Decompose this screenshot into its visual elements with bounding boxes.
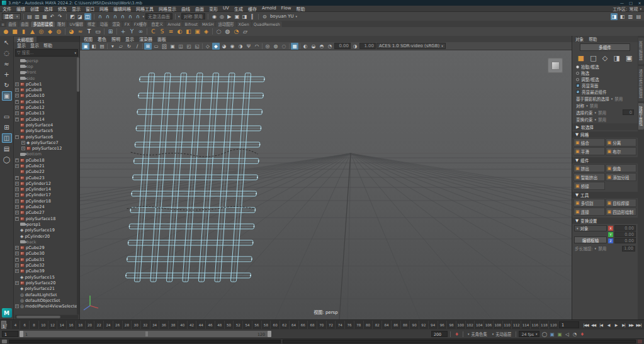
expand-icon[interactable]: + bbox=[15, 193, 19, 197]
frame-tick-84[interactable]: 84 bbox=[381, 321, 391, 329]
current-frame-field[interactable]: 1 bbox=[559, 321, 579, 328]
script-editor-icon[interactable]: ▣ bbox=[548, 331, 555, 338]
frame-tick-104[interactable]: 104 bbox=[474, 321, 483, 329]
open-scene-icon[interactable]: ▥ bbox=[34, 13, 41, 20]
bridge-shelf-icon[interactable]: ◔ bbox=[232, 28, 240, 35]
expand-icon[interactable]: + bbox=[15, 176, 19, 180]
field-chart-icon[interactable]: ◫ bbox=[177, 43, 184, 50]
lighting-toggle-icon[interactable]: ◐ bbox=[302, 43, 309, 50]
frame-tick-88[interactable]: 88 bbox=[400, 321, 410, 329]
outliner-horizontal-scrollbar[interactable] bbox=[15, 315, 78, 319]
expand-icon[interactable]: + bbox=[15, 246, 19, 250]
menu-item-16[interactable]: 缓存 bbox=[248, 6, 257, 12]
isolate-select-icon[interactable]: ◎ bbox=[264, 43, 271, 50]
frame-tick-106[interactable]: 106 bbox=[483, 321, 493, 329]
zoom-icon[interactable]: ◯ bbox=[2, 155, 12, 164]
frame-tick-46[interactable]: 46 bbox=[205, 321, 215, 329]
outliner-item[interactable]: +pCube29 bbox=[15, 245, 79, 251]
object-mode-icon[interactable]: ■ bbox=[578, 54, 584, 62]
snap-curve-icon[interactable]: ∩ bbox=[105, 13, 111, 20]
outliner-item[interactable]: +pCube18 bbox=[15, 157, 79, 163]
bookmark-icon[interactable]: ▾ bbox=[109, 43, 116, 50]
menu-item-7[interactable]: 网格 bbox=[99, 6, 108, 12]
grid-toggle-icon[interactable]: ⊞ bbox=[144, 43, 152, 50]
anim-layer-dropdown[interactable]: ▾ 无动画层 bbox=[490, 331, 514, 337]
outliner-item[interactable]: persp1 bbox=[15, 221, 79, 227]
outliner-item[interactable]: +polySurface12 bbox=[15, 145, 79, 151]
frame-tick-58[interactable]: 58 bbox=[261, 321, 271, 329]
viewport-menu-1[interactable]: 着色 bbox=[98, 36, 106, 42]
目标焊接-button[interactable]: ▣目标焊接 bbox=[606, 199, 637, 207]
transform-settings-header[interactable]: ▼ 变换设置 bbox=[572, 218, 638, 224]
frame-tick-56[interactable]: 56 bbox=[252, 321, 261, 329]
shaded-mode-icon[interactable]: ◆ bbox=[212, 43, 220, 50]
outliner-item[interactable]: polySurface4 bbox=[15, 122, 79, 128]
outliner-item[interactable]: +polySurface18 bbox=[15, 216, 79, 221]
smooth-mesh-icon[interactable]: ≈ bbox=[76, 28, 84, 35]
outliner-vertical-scrollbar[interactable] bbox=[77, 57, 79, 314]
frame-tick-80[interactable]: 80 bbox=[363, 321, 373, 329]
frame-tick-8[interactable]: 8 bbox=[29, 321, 38, 329]
wireframe-icon[interactable]: ◇ bbox=[204, 43, 212, 50]
paint-select-tool-icon[interactable]: ≈ bbox=[2, 59, 12, 69]
gamma-icon[interactable]: ◑ bbox=[351, 43, 359, 50]
constraint-combo[interactable]: 选择约束▾禁用0 bbox=[572, 109, 638, 116]
axis-y-field[interactable]: 0.00 bbox=[614, 231, 636, 237]
shadows-icon[interactable]: ◑ bbox=[237, 43, 244, 50]
expand-icon[interactable]: + bbox=[15, 205, 19, 209]
select-camera-icon[interactable]: ▣ bbox=[82, 43, 89, 50]
outliner-item[interactable]: +pCube11 bbox=[15, 99, 79, 104]
close-button[interactable]: × bbox=[637, 1, 642, 5]
frame-tick-38[interactable]: 38 bbox=[168, 321, 178, 329]
rotate-tool-icon[interactable]: ↻ bbox=[2, 80, 12, 90]
outliner-item[interactable]: side bbox=[15, 75, 79, 81]
frame-tick-66[interactable]: 66 bbox=[298, 321, 308, 329]
use-all-lights-icon[interactable]: ◉ bbox=[229, 43, 236, 50]
section-header[interactable]: ▼组件 bbox=[572, 157, 638, 164]
render-current-frame-icon[interactable]: ◉ bbox=[211, 13, 218, 20]
menu-set-dropdown[interactable]: 建模 ▾ bbox=[2, 13, 21, 20]
set-key-icon[interactable]: ♦ bbox=[579, 331, 585, 338]
outliner-item[interactable]: +pCube1 bbox=[15, 81, 79, 87]
snap-grid-icon[interactable]: ∩ bbox=[97, 13, 104, 20]
shelf-tab-雕刻[interactable]: 雕刻 bbox=[55, 21, 67, 27]
save-scene-icon[interactable]: ▦ bbox=[42, 13, 48, 20]
frame-tick-40[interactable]: 40 bbox=[178, 321, 187, 329]
resolution-gate-icon[interactable]: 回 bbox=[161, 43, 168, 50]
shelf-tab-QuadRemesh[interactable]: QuadRemesh bbox=[252, 21, 282, 27]
new-scene-icon[interactable]: ▤ bbox=[26, 13, 33, 20]
snap-point-icon[interactable]: ∩ bbox=[112, 13, 119, 20]
分离-button[interactable]: ▣分离 bbox=[606, 138, 637, 147]
scale-tool-icon[interactable]: ▣ bbox=[2, 91, 12, 101]
expand-icon[interactable]: + bbox=[15, 88, 19, 92]
frame-tick-42[interactable]: 42 bbox=[187, 321, 196, 329]
frame-tick-64[interactable]: 64 bbox=[289, 321, 298, 329]
menu-item-12[interactable]: 曲面 bbox=[195, 6, 204, 12]
menu-item-11[interactable]: 曲线 bbox=[181, 6, 190, 12]
edit-pivot-button[interactable]: 编辑枢轴 bbox=[574, 236, 607, 243]
expand-icon[interactable]: + bbox=[21, 141, 25, 145]
outliner-item[interactable]: ◈polySurface15 bbox=[15, 274, 79, 280]
viewport-menu-0[interactable]: 视图 bbox=[84, 36, 93, 42]
shelf-tab-UV编辑[interactable]: UV编辑 bbox=[68, 21, 86, 27]
outliner-item[interactable]: +pCube24 bbox=[15, 204, 79, 209]
expand-icon[interactable]: + bbox=[15, 211, 19, 214]
extrude-shelf-icon[interactable]: ▣ bbox=[193, 28, 201, 35]
uv-mode-icon[interactable]: ▣ bbox=[626, 54, 632, 62]
poly-cone-icon[interactable]: ▲ bbox=[28, 28, 37, 35]
outliner-item[interactable]: +pCube13 bbox=[15, 111, 79, 116]
frame-tick-4[interactable]: 4 bbox=[11, 321, 20, 329]
symmetry-field[interactable]: 对称:禁用 bbox=[181, 13, 205, 19]
menu-item-13[interactable]: 变形 bbox=[209, 6, 218, 12]
2d-pan-zoom-icon[interactable]: ↻ bbox=[125, 43, 133, 50]
measure-icon[interactable]: ∞ bbox=[137, 28, 145, 35]
outliner-item[interactable]: +pCylinder12 bbox=[15, 180, 79, 186]
render-sequence-icon[interactable]: ▶ bbox=[226, 13, 233, 20]
outliner-item[interactable]: +pCylinder14 bbox=[15, 187, 79, 192]
axis-orientation-dropdown[interactable]: ▾ 对象 bbox=[574, 225, 607, 231]
frame-tick-48[interactable]: 48 bbox=[215, 321, 224, 329]
frame-tick-82[interactable]: 82 bbox=[372, 321, 381, 329]
frame-tick-78[interactable]: 78 bbox=[354, 321, 363, 329]
xray-joints-icon[interactable]: ◌ bbox=[280, 43, 288, 50]
shadow-toggle-icon[interactable]: ◒ bbox=[310, 43, 317, 50]
